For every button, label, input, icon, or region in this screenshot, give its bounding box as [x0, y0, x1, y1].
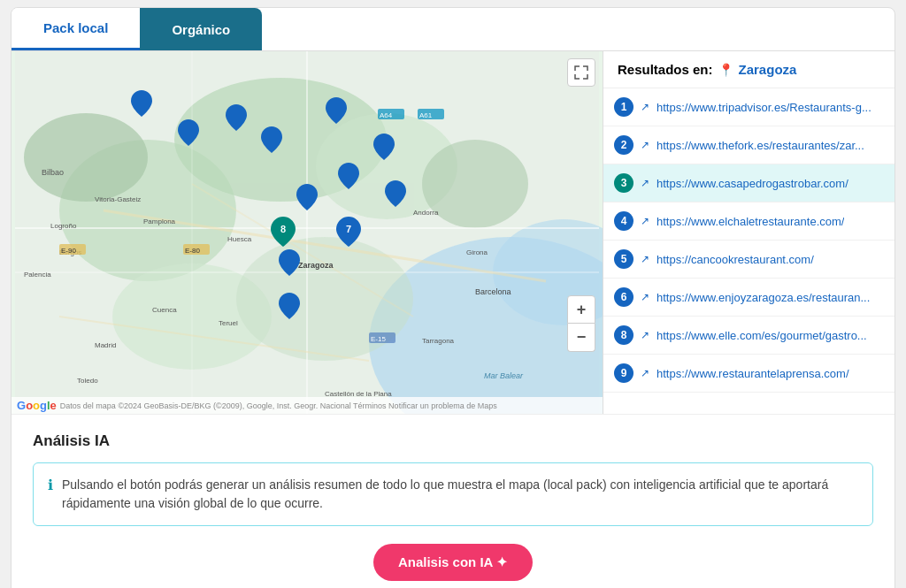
map-pin-3[interactable] — [226, 104, 247, 131]
zoom-out-button[interactable]: − — [567, 324, 595, 352]
results-header: Resultados en: 📍 Zaragoza — [603, 51, 894, 88]
map-pin-12[interactable] — [279, 249, 300, 276]
zoom-in-button[interactable]: + — [567, 295, 595, 324]
zoom-controls: + − — [567, 295, 595, 352]
analysis-info-box: ℹ Pulsando el botón podrás generar un an… — [33, 462, 873, 526]
svg-text:Cuenca: Cuenca — [152, 306, 177, 314]
map-pin-5[interactable] — [326, 97, 347, 124]
svg-text:A61: A61 — [419, 111, 433, 119]
tab-organico[interactable]: Orgánico — [140, 8, 262, 50]
result-number: 9 — [614, 363, 633, 383]
map-pin-11[interactable] — [385, 180, 406, 207]
svg-point-8 — [24, 113, 148, 202]
svg-text:Barcelona: Barcelona — [475, 287, 511, 296]
analysis-section: Análisis IA ℹ Pulsando el botón podrás g… — [12, 414, 894, 588]
result-url: https://www.restaurantelaprensa.com/ — [656, 367, 849, 380]
external-link-icon: ↗ — [641, 253, 649, 265]
svg-text:A64: A64 — [380, 111, 393, 119]
location-icon: 📍 — [718, 63, 733, 77]
map-attribution: Google Datos del mapa ©2024 GeoBasis-DE/… — [12, 397, 603, 414]
result-number: 2 — [614, 135, 633, 155]
result-number: 6 — [614, 287, 633, 307]
result-url: https://www.tripadvisor.es/Restaurants-g… — [656, 101, 871, 114]
result-url: https://www.casapedrogastrobar.com/ — [656, 177, 848, 190]
svg-text:Logroño: Logroño — [50, 222, 77, 230]
svg-text:Bilbao: Bilbao — [42, 168, 64, 177]
external-link-icon: ↗ — [641, 367, 649, 379]
result-url: https://www.elchaletrestaurante.com/ — [656, 215, 844, 228]
result-url: https://www.thefork.es/restaurantes/zar.… — [656, 139, 864, 152]
google-logo: Google — [17, 399, 57, 412]
map-pin-8[interactable]: 8 — [271, 217, 296, 247]
svg-text:Huesca: Huesca — [227, 235, 252, 243]
map-expand-button[interactable] — [567, 58, 595, 87]
result-url: https://www.elle.com/es/gourmet/gastro..… — [656, 329, 867, 342]
tab-pack-local[interactable]: Pack local — [12, 8, 140, 50]
result-number: 5 — [614, 249, 633, 269]
analysis-info-text: Pulsando el botón podrás generar un anál… — [62, 476, 858, 513]
svg-text:8: 8 — [280, 224, 286, 234]
svg-text:Andorra: Andorra — [413, 209, 439, 217]
svg-text:E-15: E-15 — [371, 335, 386, 343]
results-list: 1 ↗ https://www.tripadvisor.es/Restauran… — [603, 88, 894, 414]
analysis-title: Análisis IA — [33, 432, 873, 450]
result-number: 3 — [614, 173, 633, 193]
svg-text:E-80: E-80 — [185, 247, 200, 255]
external-link-icon: ↗ — [641, 329, 649, 341]
info-icon: ℹ — [48, 477, 53, 493]
analyze-button[interactable]: Analisis con IA ✦ — [373, 544, 533, 581]
external-link-icon: ↗ — [641, 177, 649, 189]
svg-text:Zaragoza: Zaragoza — [298, 261, 334, 270]
svg-text:Toledo: Toledo — [77, 377, 98, 385]
external-link-icon: ↗ — [641, 101, 649, 113]
result-number: 1 — [614, 97, 633, 117]
svg-text:Madrid: Madrid — [95, 341, 116, 349]
result-number: 4 — [614, 211, 633, 231]
svg-text:E-90: E-90 — [61, 247, 76, 255]
map-pin-13[interactable] — [279, 293, 300, 319]
svg-text:Mar Balear: Mar Balear — [484, 371, 524, 380]
result-item[interactable]: 1 ↗ https://www.tripadvisor.es/Restauran… — [603, 88, 894, 126]
svg-text:Girona: Girona — [466, 248, 488, 256]
result-item[interactable]: 2 ↗ https://www.thefork.es/restaurantes/… — [603, 126, 894, 164]
svg-text:Teruel: Teruel — [219, 319, 238, 327]
map-pin-2[interactable] — [178, 119, 199, 146]
result-item[interactable]: 5 ↗ https://cancookrestaurant.com/ — [603, 241, 894, 279]
svg-text:Tarragona: Tarragona — [422, 337, 455, 345]
svg-text:7: 7 — [346, 224, 351, 234]
map-container: Bilbao Vitoria-Gasteiz Pamplona Logroño … — [12, 51, 603, 414]
main-container: Pack local Orgánico — [11, 7, 895, 588]
result-item[interactable]: 3 ↗ https://www.casapedrogastrobar.com/ — [603, 164, 894, 202]
result-number: 8 — [614, 325, 633, 345]
results-city: Zaragoza — [739, 62, 797, 77]
external-link-icon: ↗ — [641, 291, 649, 303]
map-pin-6[interactable] — [373, 134, 395, 160]
map-pin-10[interactable] — [338, 163, 359, 189]
results-panel: Resultados en: 📍 Zaragoza 1 ↗ https://ww… — [603, 51, 894, 414]
result-url: https://www.enjoyzaragoza.es/restauran..… — [656, 291, 870, 304]
result-item[interactable]: 8 ↗ https://www.elle.com/es/gourmet/gast… — [603, 317, 894, 355]
result-item[interactable]: 9 ↗ https://www.restaurantelaprensa.com/ — [603, 355, 894, 393]
results-label: Resultados en: — [618, 62, 713, 77]
map-pin-9[interactable] — [296, 184, 318, 210]
external-link-icon: ↗ — [641, 139, 649, 151]
map-pin-7[interactable]: 7 — [336, 217, 361, 247]
svg-text:Palencia: Palencia — [24, 271, 51, 279]
map-pin-1[interactable] — [131, 90, 152, 117]
result-url: https://cancookrestaurant.com/ — [656, 253, 814, 266]
analyze-button-wrap: Analisis con IA ✦ — [33, 544, 873, 581]
attribution-text: Datos del mapa ©2024 GeoBasis-DE/BKG (©2… — [60, 401, 497, 410]
svg-text:Pamplona: Pamplona — [143, 218, 176, 225]
tabs-bar: Pack local Orgánico — [12, 8, 894, 51]
result-item[interactable]: 6 ↗ https://www.enjoyzaragoza.es/restaur… — [603, 279, 894, 317]
result-item[interactable]: 4 ↗ https://www.elchaletrestaurante.com/ — [603, 202, 894, 241]
map-pin-4[interactable] — [261, 126, 282, 153]
main-content-area: Bilbao Vitoria-Gasteiz Pamplona Logroño … — [12, 51, 894, 414]
external-link-icon: ↗ — [641, 215, 649, 227]
svg-text:Vitoria-Gasteiz: Vitoria-Gasteiz — [95, 195, 141, 203]
